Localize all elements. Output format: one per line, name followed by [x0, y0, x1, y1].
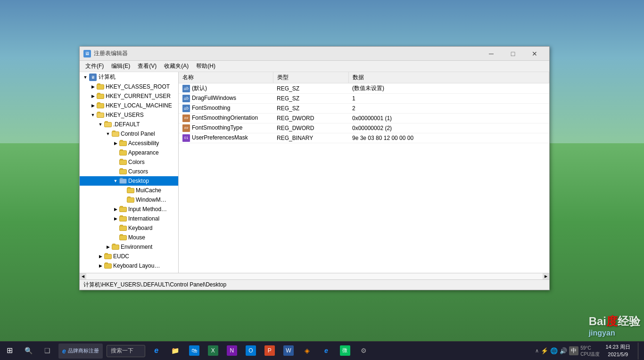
menu-view[interactable]: 查看(V)	[134, 61, 160, 71]
tree-item-windowm[interactable]: ▶ WindowM…	[80, 195, 178, 205]
table-row[interactable]: ##FontSmoothingType REG_DWORD 0x00000002…	[179, 123, 549, 133]
tree-item-input-method[interactable]: ▶ Input Method…	[80, 205, 178, 214]
scroll-right-btn[interactable]: ▶	[543, 273, 549, 280]
taskbar-edge[interactable]: e	[147, 342, 166, 360]
folder-colors	[119, 159, 127, 165]
menu-favorites[interactable]: 收藏夹(A)	[160, 61, 192, 71]
tree-item-muicache[interactable]: ▶ MuiCache	[80, 186, 178, 195]
taskbar-settings[interactable]: ⚙	[355, 342, 373, 360]
tree-item-cursors[interactable]: ▶ Cursors	[80, 167, 178, 176]
tray-up-icon[interactable]: ∧	[535, 348, 539, 354]
taskbar-excel[interactable]: X	[204, 342, 223, 360]
clock-date: 2021/5/9	[605, 351, 630, 358]
tree-item-environment[interactable]: ▶ Environment	[80, 242, 178, 252]
expand-environment[interactable]: ▶	[104, 243, 112, 251]
system-tray: ∧ ⚡ 🌐 🔊 中 59°C CPU温度 14:23 周日 2021/5/9	[535, 343, 644, 360]
tray-ime-icon[interactable]: 中	[569, 346, 578, 355]
tree-item-international[interactable]: ▶ International	[80, 214, 178, 223]
table-row[interactable]: abDragFullWindows REG_SZ 1	[179, 94, 549, 104]
val-name: ##FontSmoothingType	[179, 123, 273, 133]
taskbar-ppt[interactable]: P	[260, 342, 279, 360]
tree-item-default[interactable]: ▼ .DEFAULT	[80, 120, 178, 129]
taskbar-search-input[interactable]	[107, 345, 145, 357]
search-icon: 🔍	[25, 347, 33, 354]
tree-item-local-machine[interactable]: ▶ HKEY_LOCAL_MACHINE	[80, 101, 178, 110]
tree-item-keyboard[interactable]: ▶ Keyboard	[80, 223, 178, 233]
expand-input-method[interactable]: ▶	[112, 205, 119, 213]
window-title: 注册表编辑器	[94, 49, 480, 57]
tray-power-icon[interactable]: ⚡	[541, 347, 548, 354]
maximize-button[interactable]: □	[502, 47, 524, 61]
scroll-track[interactable]	[86, 273, 543, 280]
tree-item-computer[interactable]: ▼ 🖥 计算机	[80, 72, 178, 82]
scroll-left-btn[interactable]: ◀	[80, 273, 86, 280]
tree-item-current-user[interactable]: ▶ HKEY_CURRENT_USER	[80, 91, 178, 101]
close-button[interactable]: ✕	[524, 47, 545, 61]
tray-cpu-temp: 59°C CPU温度	[580, 345, 600, 357]
table-row[interactable]: ab(默认) REG_SZ (数值未设置)	[179, 83, 549, 94]
expand-accessibility[interactable]: ▶	[112, 139, 119, 147]
taskbar-onenote[interactable]: N	[223, 342, 241, 360]
h-scroll-bar[interactable]: ◀ ▶	[80, 273, 549, 279]
settings-icon: ⚙	[359, 345, 369, 356]
tree-label-input-method: Input Method…	[128, 206, 167, 213]
col-data: 数据	[348, 72, 549, 83]
menu-edit[interactable]: 编辑(E)	[107, 61, 134, 71]
tray-volume-icon[interactable]: 🔊	[560, 347, 567, 354]
expand-keyboard-layout[interactable]: ▶	[97, 262, 104, 270]
folder-mouse	[119, 234, 127, 241]
task-view-button[interactable]: ❑	[38, 342, 57, 360]
taskbar-outlook[interactable]: O	[241, 342, 260, 360]
expand-desktop[interactable]: ▼	[112, 177, 119, 185]
ie-brand-app[interactable]: e 品牌商标注册	[58, 344, 103, 359]
task-view-icon: ❑	[44, 347, 50, 354]
minimize-button[interactable]: ─	[480, 47, 502, 61]
tree-panel[interactable]: ▼ 🖥 计算机 ▶ HKEY_CLASSES_ROOT	[80, 72, 179, 273]
taskbar-wechat[interactable]: 微	[336, 342, 355, 360]
tree-label-desktop: Desktop	[128, 178, 149, 184]
show-desktop-button[interactable]	[638, 343, 640, 360]
tree-item-accessibility[interactable]: ▶ Accessibility	[80, 139, 178, 148]
tree-item-users[interactable]: ▼ HKEY_USERS	[80, 110, 178, 120]
taskbar-word[interactable]: W	[279, 342, 298, 360]
tree-item-eudc[interactable]: ▶ EUDC	[80, 252, 178, 261]
taskbar-explorer[interactable]: 📁	[166, 342, 185, 360]
table-row[interactable]: ##FontSmoothingOrientation REG_DWORD 0x0…	[179, 114, 549, 123]
tree-item-desktop[interactable]: ▼ Desktop	[80, 176, 178, 186]
folder-input-method	[119, 206, 127, 213]
val-data: 2	[348, 104, 549, 114]
tree-item-mouse[interactable]: ▶ Mouse	[80, 233, 178, 242]
tree-item-colors[interactable]: ▶ Colors	[80, 157, 178, 167]
menu-file[interactable]: 文件(F)	[82, 61, 107, 71]
tree-item-appearance[interactable]: ▶ Appearance	[80, 148, 178, 157]
val-type: REG_DWORD	[273, 123, 348, 133]
tree-item-control-panel[interactable]: ▼ Control Panel	[80, 129, 178, 139]
search-button[interactable]: 🔍	[19, 342, 38, 360]
expand-users[interactable]: ▼	[89, 111, 97, 119]
folder-default	[104, 121, 112, 128]
expand-default[interactable]: ▼	[97, 121, 104, 128]
tray-network-icon[interactable]: 🌐	[550, 347, 558, 354]
baidu-sub: jingyan	[589, 329, 640, 337]
tree-item-classes-root[interactable]: ▶ HKEY_CLASSES_ROOT	[80, 82, 178, 91]
expand-current-user[interactable]: ▶	[89, 92, 97, 100]
val-type: REG_SZ	[273, 94, 348, 104]
expand-eudc[interactable]: ▶	[97, 253, 104, 260]
taskbar-store[interactable]: 🛍	[185, 342, 204, 360]
taskbar-paint[interactable]: ◈	[298, 342, 317, 360]
expand-control-panel[interactable]: ▼	[104, 130, 112, 138]
taskbar-ie2[interactable]: e	[317, 342, 336, 360]
expand-classes-root[interactable]: ▶	[89, 83, 97, 90]
expand-computer[interactable]: ▼	[82, 74, 89, 81]
taskbar-clock[interactable]: 14:23 周日 2021/5/9	[602, 344, 634, 358]
folder-keyboard-layout	[104, 262, 112, 269]
explorer-icon: 📁	[170, 345, 181, 356]
table-row[interactable]: 01UserPreferencesMask REG_BINARY 9e 3e 0…	[179, 133, 549, 143]
menu-help[interactable]: 帮助(H)	[192, 61, 219, 71]
expand-local-machine[interactable]: ▶	[89, 102, 97, 109]
start-button[interactable]: ⊞	[0, 342, 19, 360]
expand-international[interactable]: ▶	[112, 215, 119, 222]
table-row[interactable]: abFontSmoothing REG_SZ 2	[179, 104, 549, 114]
ie-icon: e	[62, 347, 66, 355]
tree-item-keyboard-layout[interactable]: ▶ Keyboard Layou…	[80, 261, 178, 270]
